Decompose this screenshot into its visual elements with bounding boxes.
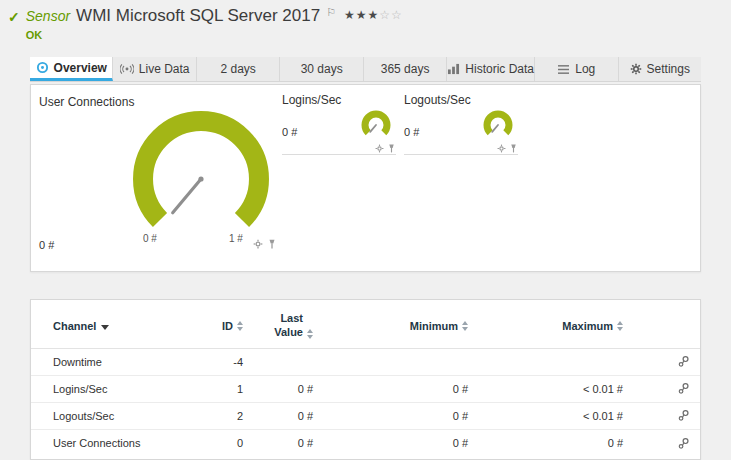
tab-live-data[interactable]: Live Data [113,57,196,81]
tab-label: Historic Data [465,62,534,76]
gauge-settings-gear-icon[interactable] [253,239,263,249]
stars-filled[interactable]: ★★★ [344,8,379,22]
tab-365-days[interactable]: 365 days [364,57,447,81]
logouts-gauge [480,109,518,141]
channel-settings-icon[interactable] [677,355,690,368]
primary-gauge-value: 0 # [39,239,54,251]
column-header-minimum[interactable]: Minimum [313,320,468,332]
gauge-pin-icon[interactable] [267,239,277,249]
tab-label: Overview [54,61,107,75]
channel-name: Downtime [53,356,183,368]
chevron-down-icon[interactable] [101,325,109,330]
channel-settings-icon[interactable] [677,409,690,422]
tab-overview[interactable]: Overview [30,57,113,81]
channel-last-value: 0 # [243,383,313,395]
logins-gauge-value: 0 # [282,126,358,138]
channel-maximum: < 0.01 # [468,410,623,422]
tab-2-days[interactable]: 2 days [197,57,280,81]
channel-minimum: 0 # [313,410,468,422]
channel-name: User Connections [53,437,183,449]
channel-settings-icon[interactable] [677,437,690,450]
sort-icon[interactable] [307,329,313,339]
channel-maximum: < 0.01 # [468,383,623,395]
tab-label: Live Data [139,62,190,76]
status-ok-icon: ✓ [8,9,20,41]
tab-30-days[interactable]: 30 days [280,57,363,81]
channel-last-value: 0 # [243,410,313,422]
flag-icon[interactable]: ⚐ [326,6,336,19]
gauge-settings-gear-icon[interactable] [375,144,384,153]
channel-minimum: 0 # [313,437,468,449]
gauge-pin-icon[interactable] [509,144,518,153]
column-header-label: Maximum [562,320,613,332]
tab-bar: Overview Live Data 2 days 30 days 365 da… [30,57,701,82]
sensor-header: ✓ Sensor WMI Microsoft SQL Server 2017 ⚐… [8,6,403,41]
tab-label: 365 days [381,62,430,76]
channel-id: 1 [183,383,243,395]
logins-gauge-title: Logins/Sec [282,93,396,107]
tab-label: Settings [647,62,690,76]
table-row: User Connections 0 0 # 0 # 0 # [31,430,700,457]
gauge-settings-gear-icon[interactable] [497,144,506,153]
channel-id: -4 [183,356,243,368]
historic-data-icon [447,63,460,75]
log-icon [557,64,570,75]
logouts-gauge-title: Logouts/Sec [404,93,518,107]
logins-gauge [358,109,396,141]
table-header-row: Channel ID Last Value Minimum Maximum [31,300,700,349]
gear-icon [630,63,642,75]
column-header-last-value[interactable]: Last Value [243,312,313,340]
column-header-channel[interactable]: Channel [53,320,183,332]
channel-name: Logins/Sec [53,383,183,395]
primary-gauge-scale-max: 1 # [229,233,243,244]
status-badge: OK [26,29,403,41]
column-header-label: ID [222,320,233,332]
sort-icon[interactable] [237,321,243,331]
gauges-panel: User Connections 0 # 0 # 1 # Logins/Sec … [30,84,701,272]
stars-empty[interactable]: ☆☆ [379,8,403,22]
column-header-label: Last Value [261,312,303,340]
logouts-gauge-block: Logouts/Sec 0 # [404,93,518,155]
logins-gauge-block: Logins/Sec 0 # [282,93,396,155]
channel-settings-icon[interactable] [677,382,690,395]
channel-id: 2 [183,410,243,422]
primary-gauge-scale-min: 0 # [143,233,157,244]
gauge-pin-icon[interactable] [387,144,396,153]
sort-icon[interactable] [617,321,623,331]
tab-historic-data[interactable]: Historic Data [447,57,535,81]
user-connections-gauge [121,101,281,251]
column-header-id[interactable]: ID [183,320,243,332]
sensor-type-label: Sensor [26,8,70,24]
column-header-label: Channel [53,320,96,332]
logouts-gauge-value: 0 # [404,126,480,138]
channels-table: Channel ID Last Value Minimum Maximum Do… [30,299,701,460]
overview-icon [36,61,49,74]
channel-id: 0 [183,437,243,449]
live-data-icon [120,63,134,75]
channel-last-value: 0 # [243,437,313,449]
tab-label: 30 days [301,62,343,76]
channel-name: Logouts/Sec [53,410,183,422]
tab-log[interactable]: Log [535,57,618,81]
column-header-label: Minimum [410,320,458,332]
sort-icon[interactable] [462,321,468,331]
column-header-maximum[interactable]: Maximum [468,320,623,332]
channel-minimum: 0 # [313,383,468,395]
table-row: Downtime -4 [31,349,700,376]
page-title: WMI Microsoft SQL Server 2017 [76,6,320,26]
channel-maximum: 0 # [468,437,623,449]
tab-label: 2 days [220,62,255,76]
table-row: Logouts/Sec 2 0 # 0 # < 0.01 # [31,403,700,430]
table-row: Logins/Sec 1 0 # 0 # < 0.01 # [31,376,700,403]
tab-label: Log [575,62,595,76]
priority-stars[interactable]: ★★★☆☆ [344,8,403,22]
tab-settings[interactable]: Settings [619,57,701,81]
